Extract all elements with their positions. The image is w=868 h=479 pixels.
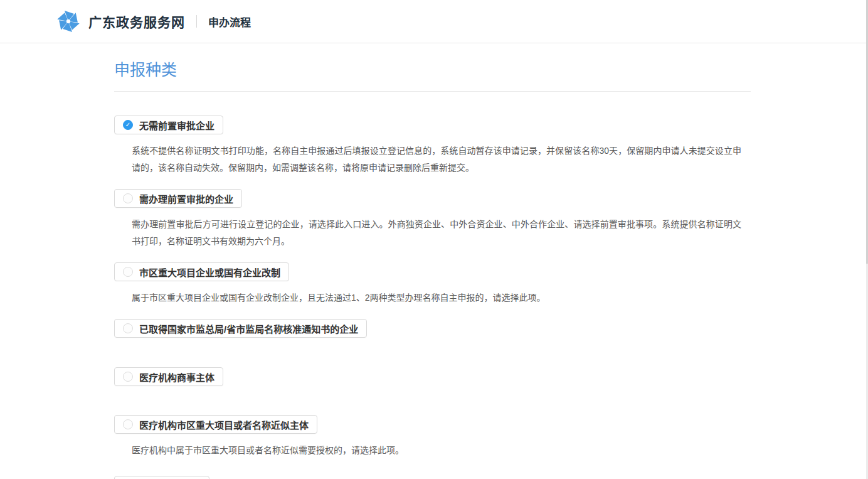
option-button-major-project-or-soe-reform[interactable]: ✓ 市区重大项目企业或国有企业改制	[114, 262, 289, 281]
radio-icon: ✓	[123, 419, 133, 429]
option-row: ✓ 医疗机构商事主体	[114, 367, 751, 386]
radio-icon: ✓	[123, 267, 133, 277]
option-description: 系统不提供名称证明文书打印功能，名称自主申报通过后填报设立登记信息的，系统自动暂…	[132, 143, 741, 176]
check-icon: ✓	[125, 122, 130, 128]
header-divider	[196, 15, 197, 28]
option-row: ✓ 市区重大项目企业或国有企业改制 属于市区重大项目企业或国有企业改制企业，且无…	[114, 262, 751, 306]
option-label: 市区重大项目企业或国有企业改制	[139, 266, 280, 279]
header: 广东政务服务网 申办流程	[0, 0, 868, 43]
option-list: ✓ 无需前置审批企业 系统不提供名称证明文书打印功能，名称自主申报通过后填报设立…	[114, 116, 751, 479]
radio-icon: ✓	[123, 120, 133, 130]
option-button-medical-major-project-similar-name[interactable]: ✓ 医疗机构市区重大项目或者名称近似主体	[114, 415, 317, 434]
option-row: ✓ 医疗机构市区重大项目或者名称近似主体 医疗机构中属于市区重大项目或者名称近似…	[114, 415, 751, 459]
option-row: ✓ 需办理前置审批的企业 需办理前置审批后方可进行设立登记的企业，请选择此入口进…	[114, 189, 751, 250]
option-label: 无需前置审批企业	[139, 119, 214, 132]
option-description: 医疗机构中属于市区重大项目或者名称近似需要授权的，请选择此项。	[132, 442, 741, 459]
option-label: 已取得国家市监总局/省市监局名称核准通知书的企业	[139, 322, 358, 335]
option-button-no-pre-approval[interactable]: ✓ 无需前置审批企业	[114, 116, 223, 134]
radio-icon: ✓	[123, 193, 133, 203]
option-button-partial[interactable]	[114, 476, 209, 479]
main-content: 申报种类 ✓ 无需前置审批企业 系统不提供名称证明文书打印功能，名称自主申报通过…	[114, 58, 751, 479]
option-button-medical-commercial-entity[interactable]: ✓ 医疗机构商事主体	[114, 367, 223, 386]
option-row	[114, 476, 751, 479]
option-label: 医疗机构市区重大项目或者名称近似主体	[139, 418, 309, 431]
breadcrumb-page-name: 申办流程	[208, 14, 251, 30]
option-row: ✓ 无需前置审批企业 系统不提供名称证明文书打印功能，名称自主申报通过后填报设立…	[114, 116, 751, 176]
option-description: 需办理前置审批后方可进行设立登记的企业，请选择此入口进入。外商独资企业、中外合资…	[132, 216, 741, 250]
option-label: 医疗机构商事主体	[139, 370, 214, 384]
option-button-pre-approval-required[interactable]: ✓ 需办理前置审批的企业	[114, 189, 242, 208]
radio-icon: ✓	[123, 323, 133, 333]
page-title: 申报种类	[114, 58, 751, 92]
option-description: 属于市区重大项目企业或国有企业改制企业，且无法通过1、2两种类型办理名称自主申报…	[132, 289, 741, 306]
site-name[interactable]: 广东政务服务网	[88, 12, 185, 31]
radio-icon: ✓	[123, 372, 133, 382]
option-button-approved-name-notice[interactable]: ✓ 已取得国家市监总局/省市监局名称核准通知书的企业	[114, 319, 367, 338]
logo-pinwheel-icon	[56, 9, 80, 33]
option-row: ✓ 已取得国家市监总局/省市监局名称核准通知书的企业	[114, 319, 751, 338]
option-label: 需办理前置审批的企业	[139, 192, 233, 205]
